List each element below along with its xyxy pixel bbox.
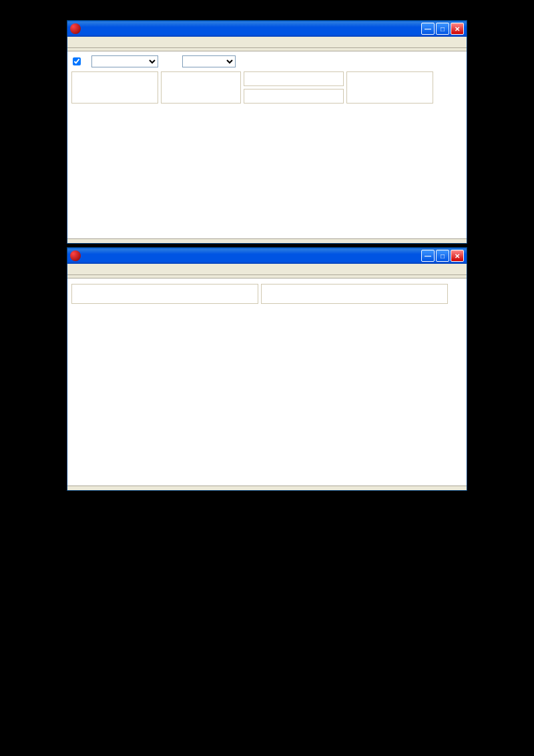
saddle-panel: [244, 71, 344, 86]
ear-panel: [346, 71, 433, 104]
menu-file[interactable]: [70, 37, 78, 47]
titlebar[interactable]: — □ ✕: [67, 248, 467, 264]
window-2: — □ ✕: [67, 247, 467, 491]
statusbar: [67, 486, 467, 490]
menu-file[interactable]: [70, 264, 78, 274]
menu-help[interactable]: [78, 264, 86, 274]
app-icon: [70, 23, 81, 34]
minimize-button[interactable]: —: [421, 23, 435, 35]
maximize-button[interactable]: □: [436, 250, 449, 262]
titlebar[interactable]: — □ ✕: [67, 21, 467, 37]
maximize-button[interactable]: □: [436, 23, 449, 35]
bracket-panel: [244, 89, 344, 104]
statusbar: [67, 238, 467, 243]
menu-help[interactable]: [78, 37, 86, 47]
close-button[interactable]: ✕: [451, 250, 464, 262]
skirt-panel: [71, 71, 158, 104]
app-icon: [70, 250, 81, 261]
window-1: — □ ✕: [67, 20, 467, 244]
support-type-select[interactable]: [91, 55, 158, 67]
content-area: [67, 278, 467, 486]
menubar: [67, 37, 467, 48]
has-skirt-checkbox[interactable]: [73, 57, 81, 65]
leg-panel: [161, 71, 241, 104]
close-button[interactable]: ✕: [451, 23, 464, 35]
ss-panel: [261, 284, 448, 304]
carbon-panel: [71, 284, 258, 304]
minimize-button[interactable]: —: [421, 250, 435, 262]
content-area: [67, 51, 467, 238]
material-select[interactable]: [182, 55, 236, 67]
menubar: [67, 264, 467, 275]
